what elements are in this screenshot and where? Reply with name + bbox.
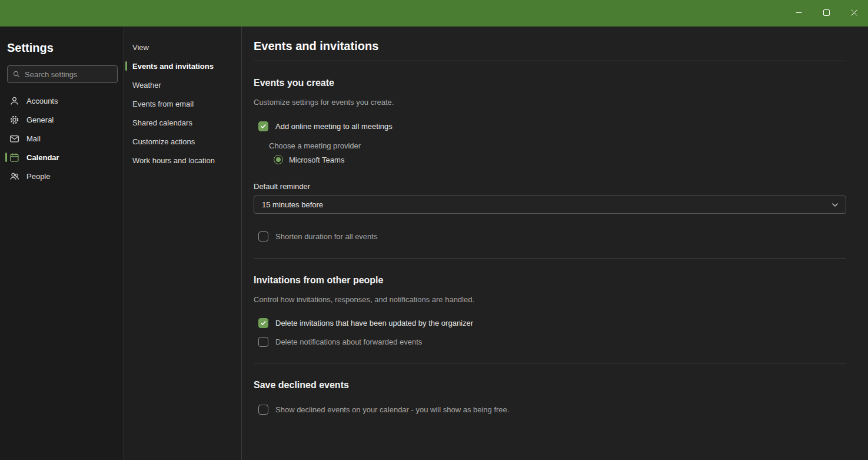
settings-main-panel: Events and invitations Events you create… [242, 27, 868, 460]
choose-provider-label: Choose a meeting provider [269, 141, 846, 151]
search-settings-box [7, 65, 118, 83]
header-divider [254, 61, 846, 61]
shorten-duration-checkbox[interactable] [258, 231, 268, 241]
sidebar-item-accounts[interactable]: Accounts [7, 91, 118, 110]
subnav-item-weather[interactable]: Weather [124, 75, 241, 94]
sidebar-item-label: Mail [26, 134, 41, 143]
subnav-item-customize-actions[interactable]: Customize actions [124, 132, 241, 151]
show-declined-events-row: Show declined events on your calendar - … [258, 404, 846, 415]
person-icon [9, 96, 19, 106]
delete-forwarded-notifications-label[interactable]: Delete notifications about forwarded eve… [275, 337, 422, 346]
add-online-meeting-label[interactable]: Add online meeting to all meetings [275, 122, 393, 131]
subnav-item-shared-calendars[interactable]: Shared calendars [124, 113, 241, 132]
sidebar-item-label: Calendar [26, 153, 59, 162]
subnav-item-work-hours-and-location[interactable]: Work hours and location [124, 151, 241, 170]
title-bar [0, 0, 868, 27]
sidebar-item-label: Accounts [26, 97, 58, 105]
checkmark-icon [260, 320, 267, 326]
section-description: Customize settings for events you create… [254, 97, 846, 108]
section-invitations-from-other-people: Invitations from other people Control ho… [254, 274, 846, 347]
people-icon [9, 171, 19, 181]
radio-dot [276, 157, 281, 162]
shorten-duration-row: Shorten duration for all events [258, 231, 846, 241]
sidebar-item-people[interactable]: People [7, 167, 118, 186]
settings-body: Settings Accounts Gene [0, 27, 868, 460]
calendar-icon [9, 153, 19, 163]
microsoft-teams-radio-row: Microsoft Teams [274, 154, 846, 165]
shorten-duration-label[interactable]: Shorten duration for all events [275, 232, 377, 241]
add-online-meeting-checkbox[interactable] [258, 121, 268, 131]
checkmark-icon [260, 123, 267, 130]
section-heading: Events you create [254, 77, 846, 90]
delete-updated-invitations-row: Delete invitations that have been update… [258, 317, 846, 328]
sidebar-item-calendar[interactable]: Calendar [7, 148, 118, 167]
sidebar-item-mail[interactable]: Mail [7, 129, 118, 148]
subnav-item-events-from-email[interactable]: Events from email [124, 94, 241, 113]
section-heading: Save declined events [254, 379, 846, 392]
show-declined-events-checkbox[interactable] [258, 405, 268, 415]
delete-updated-invitations-label[interactable]: Delete invitations that have been update… [275, 319, 473, 327]
microsoft-teams-label[interactable]: Microsoft Teams [289, 155, 344, 164]
sidebar-item-label: People [26, 172, 50, 181]
gear-icon [9, 115, 19, 125]
calendar-settings-subnav: View Events and invitations Weather Even… [124, 27, 242, 460]
minimize-button[interactable] [785, 0, 813, 27]
show-declined-events-label[interactable]: Show declined events on your calendar - … [275, 405, 509, 414]
sidebar-item-label: General [26, 115, 54, 124]
maximize-button[interactable] [813, 0, 840, 27]
sidebar-item-general[interactable]: General [7, 110, 118, 129]
section-heading: Invitations from other people [254, 274, 846, 287]
subnav-item-events-and-invitations[interactable]: Events and invitations [124, 57, 241, 75]
search-settings-input[interactable] [25, 70, 112, 79]
delete-updated-invitations-checkbox[interactable] [258, 318, 268, 328]
delete-forwarded-notifications-row: Delete notifications about forwarded eve… [258, 336, 846, 347]
search-icon [12, 70, 21, 78]
minimize-icon [796, 9, 802, 18]
section-save-declined-events: Save declined events Show declined event… [254, 379, 846, 415]
settings-category-nav: Accounts General Mail [7, 91, 118, 186]
settings-title: Settings [7, 41, 118, 55]
maximize-icon [823, 9, 830, 18]
mail-icon [9, 134, 19, 144]
chevron-down-icon [832, 203, 839, 207]
settings-sidebar: Settings Accounts Gene [0, 27, 124, 460]
add-online-meeting-row: Add online meeting to all meetings [258, 121, 846, 131]
settings-window: Settings Accounts Gene [0, 0, 868, 460]
close-button[interactable] [840, 0, 868, 27]
default-reminder-select[interactable]: 15 minutes before [254, 196, 846, 214]
page-title: Events and invitations [254, 38, 846, 54]
close-icon [851, 9, 857, 18]
default-reminder-label: Default reminder [254, 181, 846, 192]
default-reminder-value: 15 minutes before [262, 200, 323, 209]
section-description: Control how invitations, responses, and … [254, 294, 846, 305]
subnav-item-view[interactable]: View [124, 38, 241, 57]
section-divider [254, 258, 846, 259]
section-divider [254, 363, 846, 363]
section-events-you-create: Events you create Customize settings for… [254, 77, 846, 241]
delete-forwarded-notifications-checkbox[interactable] [258, 337, 268, 347]
microsoft-teams-radio[interactable] [274, 155, 283, 164]
